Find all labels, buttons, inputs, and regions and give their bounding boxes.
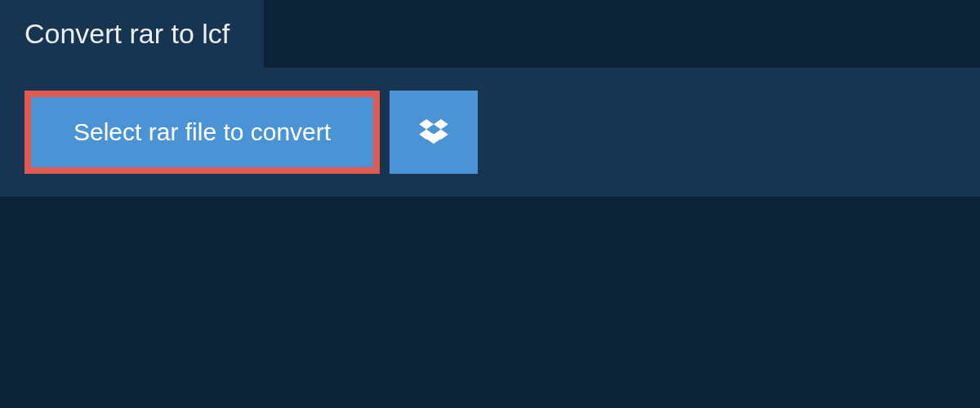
upload-row: Select rar file to convert xyxy=(24,91,956,174)
page-title-tab: Convert rar to lcf xyxy=(0,0,264,68)
select-file-label: Select rar file to convert xyxy=(74,118,331,146)
dropbox-icon xyxy=(419,119,448,145)
page-title: Convert rar to lcf xyxy=(24,18,229,49)
select-file-button[interactable]: Select rar file to convert xyxy=(24,91,380,174)
dropbox-button[interactable] xyxy=(390,91,478,174)
upload-panel: Select rar file to convert xyxy=(0,68,980,197)
